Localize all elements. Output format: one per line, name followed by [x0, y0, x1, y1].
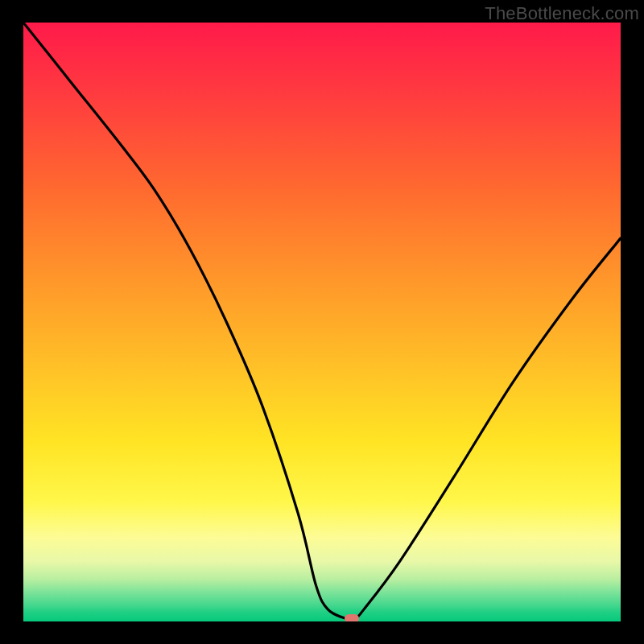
watermark-label: TheBottleneck.com: [485, 3, 639, 24]
plot-area: [23, 23, 621, 621]
optimal-point-marker: [345, 614, 359, 621]
bottleneck-curve: [23, 23, 621, 621]
